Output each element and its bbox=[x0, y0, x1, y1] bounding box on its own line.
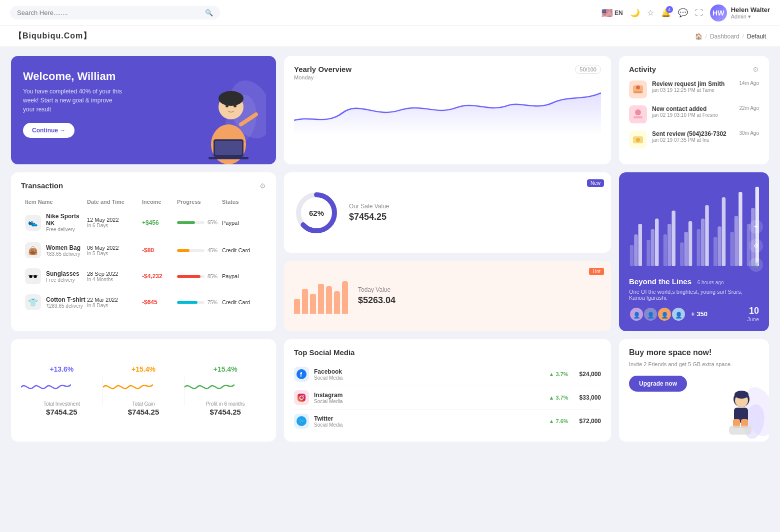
theme-toggle[interactable]: 🌙 bbox=[630, 8, 640, 17]
user-menu[interactable]: HW Helen Walter Admin ▾ bbox=[710, 4, 770, 21]
upgrade-desc: Invite 2 Friends and get 5 GB extra spac… bbox=[629, 360, 759, 369]
svg-point-17 bbox=[636, 138, 640, 142]
transaction-card: Transaction ⚙ Item Name Date and Time In… bbox=[11, 172, 276, 331]
svg-rect-46 bbox=[298, 394, 306, 402]
svg-rect-22 bbox=[638, 224, 642, 266]
wave-chart-3 bbox=[184, 377, 234, 397]
svg-rect-35 bbox=[714, 237, 717, 266]
continue-button[interactable]: Continue → bbox=[23, 123, 74, 138]
stat-item-1: +13.6% Total Investment $7454.25 bbox=[21, 365, 102, 416]
beyond-avatar-3: 👤 bbox=[657, 307, 672, 322]
income-4: -$645 bbox=[142, 299, 177, 306]
progress-1: 65% bbox=[177, 220, 222, 225]
item-icon-3: 🕶️ bbox=[25, 268, 41, 284]
twitter-name: Twitter bbox=[314, 415, 342, 422]
breadcrumb-dashboard[interactable]: Dashboard bbox=[710, 33, 740, 40]
col-date: Date and Time bbox=[87, 199, 142, 205]
activity-settings-icon[interactable]: ⚙ bbox=[752, 65, 759, 73]
beyond-side-icons: ✦ ⚙ 🛒 bbox=[749, 220, 763, 272]
home-icon[interactable]: 🏠 bbox=[695, 33, 702, 40]
breadcrumb-bar: 【Biqubiqu.Com】 🏠 / Dashboard / Default bbox=[0, 26, 780, 47]
activity-time-ago-3: 30m Ago bbox=[740, 130, 759, 136]
star-icon[interactable]: ☆ bbox=[647, 8, 654, 17]
bar-1 bbox=[294, 299, 300, 314]
wave-chart-2 bbox=[103, 377, 153, 397]
donut-chart: 62% bbox=[294, 190, 339, 235]
today-label: Today Value bbox=[358, 286, 396, 293]
svg-rect-21 bbox=[634, 234, 638, 266]
svg-rect-31 bbox=[688, 221, 692, 266]
activity-title-2: New contact added bbox=[652, 105, 734, 112]
income-3: -$4,232 bbox=[142, 273, 177, 280]
welcome-subtitle: You have completed 40% of your this week… bbox=[23, 87, 123, 114]
svg-rect-20 bbox=[630, 245, 634, 267]
social-media-card: Top Social Media f Facebook Social Media… bbox=[284, 339, 611, 442]
activity-title-3: Sent review (504)236-7302 bbox=[652, 130, 734, 137]
brand-logo: 【Biqubiqu.Com】 bbox=[14, 31, 92, 41]
instagram-icon bbox=[294, 390, 309, 405]
beyond-avatar-2: 👤 bbox=[643, 307, 658, 322]
beyond-month: June bbox=[747, 316, 759, 322]
bar-2 bbox=[302, 289, 308, 314]
stat-pct-3: +15.4% bbox=[184, 365, 266, 373]
svg-rect-27 bbox=[668, 224, 671, 266]
income-1: +$456 bbox=[142, 219, 177, 226]
upgrade-card: Buy more space now! Invite 2 Friends and… bbox=[619, 339, 769, 442]
stat-value-2: $7454.25 bbox=[103, 408, 184, 416]
instagram-change: 3.7% bbox=[556, 395, 568, 401]
beyond-icon-2[interactable]: ⚙ bbox=[749, 239, 763, 253]
progress-3: 85% bbox=[177, 274, 222, 279]
svg-rect-34 bbox=[705, 205, 708, 266]
svg-rect-30 bbox=[684, 232, 688, 266]
svg-rect-39 bbox=[734, 216, 738, 266]
stats-card: +13.6% Total Investment $7454.25 +15.4% … bbox=[11, 339, 276, 442]
income-2: -$80 bbox=[142, 247, 177, 254]
svg-rect-36 bbox=[718, 226, 721, 266]
svg-rect-37 bbox=[722, 197, 726, 266]
svg-point-5 bbox=[226, 104, 228, 107]
transaction-settings-icon[interactable]: ⚙ bbox=[260, 182, 266, 190]
facebook-sub: Social Media bbox=[314, 375, 342, 381]
svg-point-4 bbox=[218, 91, 244, 106]
svg-point-6 bbox=[234, 104, 236, 107]
table-row: 👜 Women Bag ₹83.65 delivery 06 May 2022 … bbox=[21, 238, 266, 262]
bar-4 bbox=[318, 284, 324, 314]
date-sub-1: In 6 Days bbox=[87, 223, 142, 228]
language-selector[interactable]: 🇺🇸 EN bbox=[602, 7, 623, 18]
table-row: 👟 Nike Sports NK Free delivery 12 May 20… bbox=[21, 209, 266, 236]
beyond-footer: 👤 👤 👤 👤 + 350 10 June bbox=[629, 306, 759, 322]
chat-icon[interactable]: 💬 bbox=[678, 8, 688, 17]
beyond-bar-chart bbox=[629, 181, 759, 266]
social-row-twitter: 🐦 Twitter Social Media ▲ 7.6% $72,000 bbox=[294, 410, 601, 433]
upgrade-button[interactable]: Upgrade now bbox=[629, 376, 687, 392]
stat-label-2: Total Gain bbox=[103, 401, 184, 407]
beyond-avatar-1: 👤 bbox=[629, 307, 644, 322]
svg-rect-32 bbox=[697, 229, 700, 266]
facebook-value: $24,000 bbox=[580, 371, 601, 378]
svg-rect-40 bbox=[738, 192, 742, 266]
bar-6 bbox=[334, 291, 340, 314]
upgrade-illustration bbox=[704, 382, 769, 442]
stat-value-1: $7454.25 bbox=[21, 408, 102, 416]
svg-text:🐦: 🐦 bbox=[298, 418, 306, 425]
hot-badge: Hot bbox=[589, 268, 604, 275]
beyond-card: Beyond the Lines 6 hours ago One Of the … bbox=[619, 172, 769, 331]
beyond-icon-3[interactable]: 🛒 bbox=[749, 258, 763, 272]
activity-thumb-1 bbox=[629, 80, 647, 98]
beyond-icon-1[interactable]: ✦ bbox=[749, 220, 763, 234]
fullscreen-icon[interactable]: ⛶ bbox=[695, 8, 703, 17]
beyond-plus-count: + 350 bbox=[691, 310, 708, 318]
svg-point-48 bbox=[304, 395, 304, 396]
twitter-value: $72,000 bbox=[580, 418, 601, 425]
bell-icon[interactable]: 🔔 4 bbox=[661, 8, 671, 17]
search-bar[interactable]: 🔍 bbox=[10, 6, 220, 19]
svg-rect-9 bbox=[208, 157, 248, 159]
facebook-change: 3.7% bbox=[556, 371, 568, 377]
search-input[interactable] bbox=[17, 9, 201, 16]
bar-5 bbox=[326, 286, 332, 314]
svg-rect-25 bbox=[655, 218, 658, 266]
date-sub-4: In 8 Days bbox=[87, 303, 142, 308]
yearly-header: Yearly Overview Monday 50/100 bbox=[294, 65, 601, 80]
beyond-desc: One Of the world,s brightest, young surf… bbox=[629, 289, 759, 301]
date-1: 12 May 2022 bbox=[87, 217, 142, 223]
